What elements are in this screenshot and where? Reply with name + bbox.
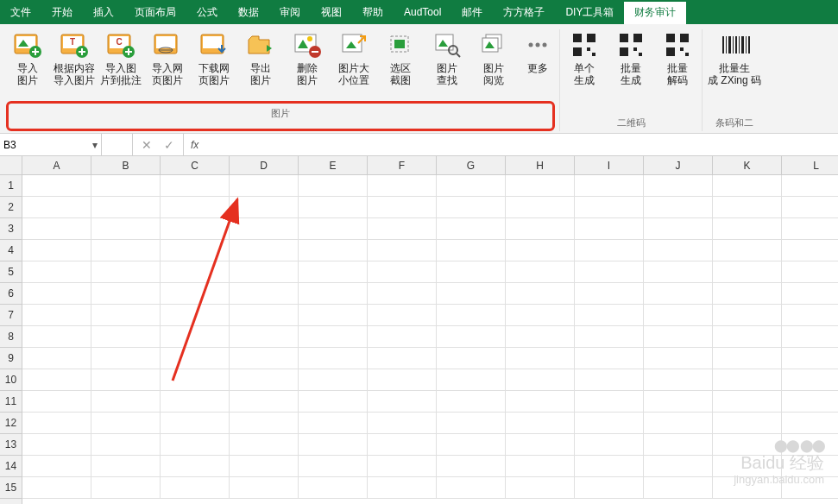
cell[interactable] xyxy=(437,434,506,456)
cell[interactable] xyxy=(368,197,437,218)
cell[interactable] xyxy=(22,413,91,434)
cell[interactable] xyxy=(22,175,91,197)
cell[interactable] xyxy=(91,348,161,369)
cell[interactable] xyxy=(782,391,838,413)
cell[interactable] xyxy=(713,326,782,348)
row-header[interactable]: 12 xyxy=(0,413,22,434)
menu-tab-data[interactable]: 数据 xyxy=(228,0,269,24)
column-header[interactable]: B xyxy=(91,156,161,174)
cell[interactable] xyxy=(506,413,575,434)
cell[interactable] xyxy=(91,456,161,477)
cell[interactable] xyxy=(161,175,230,197)
cell[interactable] xyxy=(91,326,161,348)
cell[interactable] xyxy=(506,326,575,348)
cell[interactable] xyxy=(368,261,437,283)
btn-image-browse[interactable]: 图片 阅览 xyxy=(473,29,514,86)
cell[interactable] xyxy=(437,218,506,240)
btn-import-to-comment[interactable]: C 导入图 片到批注 xyxy=(100,29,142,86)
row-header[interactable]: 9 xyxy=(0,348,22,369)
cell[interactable] xyxy=(91,261,161,283)
cell[interactable] xyxy=(713,348,782,369)
row-header[interactable]: 6 xyxy=(0,283,22,305)
column-header[interactable]: D xyxy=(230,156,299,174)
menu-tab-ffgz[interactable]: 方方格子 xyxy=(493,0,555,24)
cell[interactable] xyxy=(782,261,838,283)
cell[interactable] xyxy=(161,456,230,477)
cell[interactable] xyxy=(368,348,437,369)
cell[interactable] xyxy=(230,456,299,477)
cell[interactable] xyxy=(230,369,299,391)
cell[interactable] xyxy=(91,434,161,456)
cell[interactable] xyxy=(22,197,91,218)
cell[interactable] xyxy=(782,326,838,348)
btn-import-web-image[interactable]: 导入网 页图片 xyxy=(147,29,188,86)
btn-import-by-content[interactable]: T 根据内容 导入图片 xyxy=(54,29,95,86)
cell[interactable] xyxy=(22,261,91,283)
cell[interactable] xyxy=(437,197,506,218)
cell[interactable] xyxy=(575,326,644,348)
cell[interactable] xyxy=(299,434,368,456)
cell[interactable] xyxy=(506,261,575,283)
row-header[interactable]: 4 xyxy=(0,240,22,261)
cell[interactable] xyxy=(230,305,299,326)
row-header[interactable]: 14 xyxy=(0,456,22,477)
row-headers[interactable]: 123456789101112131415 xyxy=(0,175,22,504)
cell[interactable] xyxy=(22,456,91,477)
cell[interactable] xyxy=(230,413,299,434)
cell[interactable] xyxy=(506,369,575,391)
btn-qr-single[interactable]: 单个 生成 xyxy=(564,29,605,86)
cell[interactable] xyxy=(575,369,644,391)
menu-tab-help[interactable]: 帮助 xyxy=(352,0,394,24)
cell[interactable] xyxy=(437,477,506,499)
row-header[interactable]: 13 xyxy=(0,434,22,456)
cell[interactable] xyxy=(506,283,575,305)
cell[interactable] xyxy=(368,369,437,391)
cell[interactable] xyxy=(644,218,713,240)
cell[interactable] xyxy=(575,218,644,240)
cell[interactable] xyxy=(230,218,299,240)
cell[interactable] xyxy=(368,326,437,348)
cell[interactable] xyxy=(91,218,161,240)
cell[interactable] xyxy=(22,434,91,456)
cell[interactable] xyxy=(22,348,91,369)
cell[interactable] xyxy=(575,434,644,456)
cell[interactable] xyxy=(713,261,782,283)
cell[interactable] xyxy=(782,283,838,305)
accept-formula-icon[interactable]: ✓ xyxy=(164,138,174,152)
cell[interactable] xyxy=(644,477,713,499)
cell[interactable] xyxy=(368,456,437,477)
btn-barcode-batch-zxing[interactable]: 批量生 成 ZXing 码 xyxy=(706,29,763,86)
row-header[interactable]: 8 xyxy=(0,326,22,348)
cell[interactable] xyxy=(230,348,299,369)
cell[interactable] xyxy=(22,283,91,305)
cell[interactable] xyxy=(437,283,506,305)
btn-more[interactable]: 更多 xyxy=(520,29,556,74)
cell[interactable] xyxy=(368,305,437,326)
cell[interactable] xyxy=(506,240,575,261)
cell[interactable] xyxy=(230,391,299,413)
cell[interactable] xyxy=(644,434,713,456)
cell[interactable] xyxy=(713,369,782,391)
menu-tab-layout[interactable]: 页面布局 xyxy=(124,0,186,24)
cell[interactable] xyxy=(644,326,713,348)
cell[interactable] xyxy=(437,326,506,348)
cell[interactable] xyxy=(299,240,368,261)
cell[interactable] xyxy=(782,305,838,326)
cell[interactable] xyxy=(575,283,644,305)
cell[interactable] xyxy=(230,326,299,348)
cell[interactable] xyxy=(506,348,575,369)
chevron-down-icon[interactable]: ▾ xyxy=(92,139,98,151)
row-header[interactable]: 10 xyxy=(0,369,22,391)
menu-tab-review[interactable]: 审阅 xyxy=(269,0,311,24)
cell[interactable] xyxy=(644,348,713,369)
row-header[interactable]: 3 xyxy=(0,218,22,240)
column-header[interactable]: E xyxy=(299,156,368,174)
btn-image-size-pos[interactable]: 图片大 小位置 xyxy=(333,29,375,86)
cell[interactable] xyxy=(230,283,299,305)
cancel-formula-icon[interactable]: ✕ xyxy=(142,138,152,152)
cell[interactable] xyxy=(713,413,782,434)
cell[interactable] xyxy=(91,477,161,499)
cell[interactable] xyxy=(230,434,299,456)
cell[interactable] xyxy=(506,305,575,326)
cell[interactable] xyxy=(91,413,161,434)
